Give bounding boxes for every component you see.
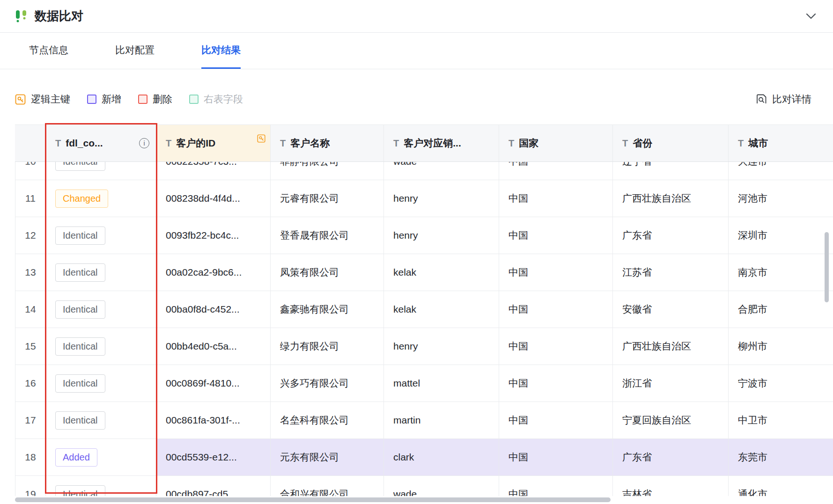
logical-primary-key-icon (15, 94, 26, 105)
info-icon[interactable]: i (139, 138, 149, 148)
province-cell: 广西壮族自治区 (613, 328, 729, 365)
compare-result-table: T fdl_co... i T 客户的ID T 客户名称 (15, 124, 833, 496)
legend-row: 逻辑主键 新增 删除 右表字段 比对详情 (15, 89, 811, 110)
customer-name-cell: 名垒科有限公司 (271, 402, 384, 438)
row-number-cell: 18 (15, 439, 46, 475)
customer-sales-cell: henry (384, 180, 499, 217)
customer-sales-cell: henry (384, 217, 499, 254)
tab-compare-config[interactable]: 比对配置 (115, 33, 155, 69)
customer-id-cell: 00bb4ed0-c5a... (156, 328, 271, 365)
customer-sales-cell: wade (384, 476, 499, 496)
customer-id-cell: 0093fb22-bc4c... (156, 217, 271, 254)
customer-id-cell: 00a02ca2-9bc6... (156, 254, 271, 291)
legend-primary-key: 逻辑主键 (15, 93, 70, 106)
column-header-fdl-comparison[interactable]: T fdl_co... i (46, 125, 156, 161)
province-cell: 吉林省 (613, 476, 729, 496)
table-row[interactable]: 16Identical00c0869f-4810...兴多巧有限公司mattel… (15, 365, 833, 402)
province-cell: 广西壮族自治区 (613, 180, 729, 217)
row-number-cell: 11 (15, 180, 46, 217)
status-badge: Identical (55, 226, 105, 245)
customer-name-cell: 兴多巧有限公司 (271, 365, 384, 402)
table-row[interactable]: 19Identical00cdb897-cd5...合和兴有限公司wade中国吉… (15, 476, 833, 496)
column-header-customer-name[interactable]: T 客户名称 (271, 125, 384, 161)
horizontal-scrollbar[interactable] (15, 497, 611, 502)
row-number-cell: 14 (15, 291, 46, 328)
status-badge: Added (55, 448, 97, 467)
customer-name-cell: 绿力有限公司 (271, 328, 384, 365)
tab-compare-result[interactable]: 比对结果 (201, 33, 241, 69)
table-row[interactable]: 15Identical00bb4ed0-c5a...绿力有限公司henry中国广… (15, 328, 833, 365)
country-cell: 中国 (499, 365, 613, 402)
text-type-icon: T (280, 138, 286, 149)
chevron-down-icon[interactable] (803, 10, 819, 22)
comparison-status-cell: Identical (46, 402, 156, 438)
column-header-label: 客户名称 (290, 137, 330, 150)
country-cell: 中国 (499, 217, 613, 254)
comparison-status-cell: Identical (46, 217, 156, 254)
customer-sales-cell: kelak (384, 291, 499, 328)
city-cell: 通化市 (729, 476, 833, 496)
column-header-customer-sales[interactable]: T 客户对应销... (384, 125, 499, 161)
province-cell: 安徽省 (613, 291, 729, 328)
customer-sales-cell: kelak (384, 254, 499, 291)
column-header-label: 城市 (748, 137, 768, 150)
comparison-status-cell: Changed (46, 180, 156, 217)
status-badge: Identical (55, 263, 105, 282)
comparison-status-cell: Identical (46, 254, 156, 291)
column-header-city[interactable]: T 城市 (729, 125, 833, 161)
row-number-cell: 17 (15, 402, 46, 438)
legend-deleted-label: 删除 (153, 93, 172, 106)
column-header-label: 省份 (633, 137, 652, 150)
city-cell: 柳州市 (729, 328, 833, 365)
customer-name-cell: 元睿有限公司 (271, 180, 384, 217)
compare-detail-button[interactable]: 比对详情 (755, 93, 811, 106)
table-row[interactable]: 18Added00cd5539-e12...元东有限公司clark中国广东省东莞… (15, 439, 833, 476)
text-type-icon: T (166, 138, 171, 149)
customer-id-cell: 00c861fa-301f-... (156, 402, 271, 438)
row-number-cell: 12 (15, 217, 46, 254)
vertical-scrollbar[interactable] (825, 232, 829, 302)
comparison-status-cell: Identical (46, 162, 156, 180)
column-header-country[interactable]: T 国家 (499, 125, 613, 161)
status-badge: Identical (55, 411, 105, 430)
column-header-label: 客户的ID (176, 137, 215, 150)
row-number-cell: 15 (15, 328, 46, 365)
column-header-rownum (15, 125, 46, 161)
table-row[interactable]: 14Identical00ba0f8d-c452...鑫豪驰有限公司kelak中… (15, 291, 833, 328)
customer-name-cell: 菲静有限公司 (271, 162, 384, 180)
text-type-icon: T (622, 138, 628, 149)
row-number-cell: 19 (15, 476, 46, 496)
customer-id-cell: 00cdb897-cd5... (156, 476, 271, 496)
province-cell: 辽宁省 (613, 162, 729, 180)
table-row[interactable]: 17Identical00c861fa-301f-...名垒科有限公司marti… (15, 402, 833, 439)
customer-id-cell: 008238dd-4f4d... (156, 180, 271, 217)
city-cell: 合肥市 (729, 291, 833, 328)
text-type-icon: T (509, 138, 514, 149)
app-header: 数据比对 (0, 0, 833, 33)
customer-id-cell: 00cd5539-e12... (156, 439, 271, 475)
country-cell: 中国 (499, 254, 613, 291)
column-header-label: 国家 (519, 137, 538, 150)
data-compare-page: 数据比对 节点信息 比对配置 比对结果 逻辑主键 新增 (0, 0, 833, 504)
country-cell: 中国 (499, 180, 613, 217)
customer-sales-cell: wade (384, 162, 499, 180)
column-header-label: 客户对应销... (404, 137, 461, 150)
detail-search-icon (755, 94, 767, 105)
customer-name-cell: 元东有限公司 (271, 439, 384, 475)
column-header-customer-id[interactable]: T 客户的ID (156, 125, 271, 161)
country-cell: 中国 (499, 402, 613, 438)
city-cell: 中卫市 (729, 402, 833, 438)
customer-name-cell: 鑫豪驰有限公司 (271, 291, 384, 328)
column-header-province[interactable]: T 省份 (613, 125, 729, 161)
primary-key-icon (257, 134, 265, 143)
table-row[interactable]: 11Changed008238dd-4f4d...元睿有限公司henry中国广西… (15, 180, 833, 217)
table-row[interactable]: 12Identical0093fb22-bc4c...登香晟有限公司henry中… (15, 217, 833, 254)
customer-sales-cell: mattel (384, 365, 499, 402)
text-type-icon: T (55, 138, 61, 149)
compare-detail-label: 比对详情 (772, 93, 811, 106)
country-cell: 中国 (499, 328, 613, 365)
tab-node-info[interactable]: 节点信息 (29, 33, 68, 69)
table-row[interactable]: 13Identical00a02ca2-9bc6...凤策有限公司kelak中国… (15, 254, 833, 291)
table-row[interactable]: 10Identical00822358-7c3...菲静有限公司wade中国辽宁… (15, 162, 833, 180)
legend-primary-key-label: 逻辑主键 (31, 93, 70, 106)
